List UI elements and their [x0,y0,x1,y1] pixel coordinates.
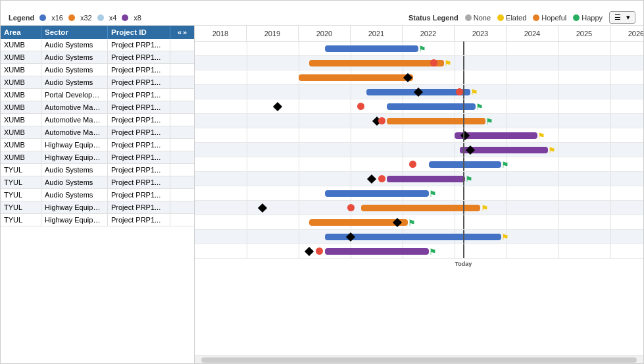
grid-line [558,186,559,200]
circle-marker [316,247,323,255]
today-line [463,128,464,142]
cell-sector: Audio Systems [41,76,108,88]
grid-line [507,99,507,113]
nav-prev[interactable]: « [178,28,182,36]
circle-marker [430,59,437,66]
header-sector: Sector [41,26,108,39]
status-none-label: None [474,14,491,22]
cell-project: Project PRP1... [108,151,170,163]
status-hopeful-dot [533,14,539,21]
grid-line [610,114,611,128]
today-line [463,201,464,215]
nav-next[interactable]: » [183,28,187,36]
cell-area: TYUL [1,201,41,213]
cell-stub [170,151,194,163]
table-body: XUMB Audio Systems Project PRP1... XUMB … [1,39,194,363]
grid-line [610,157,611,171]
table-row: XUMB Automotive Mana... Project PRP1... [1,114,194,126]
today-line [463,143,464,157]
grid-line [507,56,507,70]
gantt-bar [299,74,413,81]
gantt-row: ⚑ [195,215,643,230]
grid-line [507,114,507,128]
today-line [463,172,464,186]
legend-dot-x4 [97,14,104,21]
cell-area: TYUL [1,176,41,188]
today-label: Today [455,261,472,267]
grid-line [299,128,299,142]
year-label-2023: 2023 [455,26,507,41]
legend-button[interactable]: ☰ ▾ [609,11,635,24]
grid-line [455,143,455,157]
grid-line [558,172,559,186]
today-line [463,215,464,229]
gantt-bar [309,60,444,66]
grid-line [247,157,247,171]
cell-sector: Highway Equipme... [41,139,108,151]
grid-line [610,186,611,200]
cell-stub [170,189,194,201]
grid-line [455,244,455,258]
grid-line [247,128,247,142]
grid-line [558,143,559,157]
year-label-2019: 2019 [247,26,299,41]
gantt-bar [387,103,475,110]
grid-line [351,85,351,99]
cell-project: Project PRP1... [108,51,170,63]
status-happy-label: Happy [582,14,603,22]
gantt-bar [429,161,502,168]
cell-area: XUMB [1,151,41,163]
gantt-row: ⚑ [195,157,643,172]
circle-marker [357,103,364,110]
cell-stub [170,89,194,101]
cell-sector: Portal Development [41,89,108,101]
grid-line [610,143,611,157]
flag-green-marker: ⚑ [501,160,509,170]
table-row: TYUL Highway Equipme... Project PRP1... [1,201,194,214]
left-table: Area Sector Project ID « » XUMB Audio Sy… [1,26,195,363]
cell-stub [170,101,194,113]
grid-line [299,230,299,244]
grid-line [247,99,247,113]
cell-stub [170,76,194,88]
flag-green-marker: ⚑ [408,218,416,228]
cell-area: XUMB [1,101,41,113]
cell-project: Project PRP1... [108,126,170,138]
table-header: Area Sector Project ID « » [1,26,194,39]
table-row: TYUL Audio Systems Project PRP1... [1,164,194,176]
grid-line [558,215,559,229]
grid-line [455,70,455,84]
grid-line [299,244,299,258]
status-legend-label: Status Legend [409,14,458,22]
gantt-scrollbar[interactable] [195,355,643,363]
top-bar [1,1,643,6]
table-row: XUMB Audio Systems Project PRP1... [1,76,194,89]
cell-project: Project PRP1... [108,101,170,113]
today-line [463,99,464,113]
grid-line [247,114,247,128]
table-row: XUMB Portal Development Project PRP1... [1,89,194,101]
cell-stub [170,39,194,51]
cell-sector: Highway Equipme... [41,214,108,226]
gantt-row: ⚑ [195,85,643,99]
main-content: Area Sector Project ID « » XUMB Audio Sy… [1,25,643,363]
legend-x8-label: x8 [134,14,141,22]
cell-area: XUMB [1,51,41,63]
grid-line [299,201,299,215]
cell-project: Project PRP1... [108,89,170,101]
grid-line [610,244,611,258]
grid-line [299,143,299,157]
gantt-body: ⚑⚑⚑⚑⚑⚑⚑⚑⚑⚑⚑⚑⚑Today⚑ [195,41,643,355]
grid-line [507,41,507,55]
grid-line [247,41,247,55]
grid-line [610,85,611,99]
grid-line [299,172,299,186]
status-none-dot [465,14,472,21]
grid-line [558,70,559,84]
cell-area: XUMB [1,114,41,126]
grid-line [455,186,455,200]
cell-stub [170,164,194,176]
today-line [463,85,464,99]
gantt-row: ⚑ [195,201,643,215]
gantt-row: ⚑ [195,172,643,186]
